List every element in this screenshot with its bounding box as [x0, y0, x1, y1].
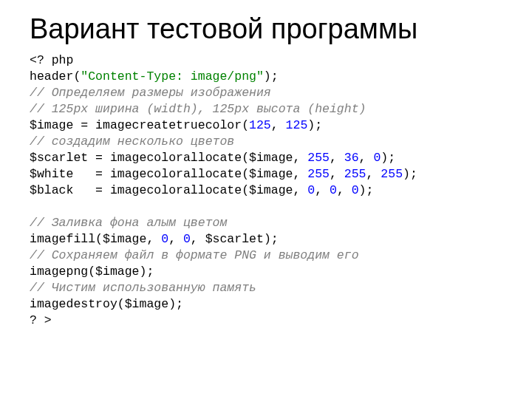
code-line: header("Content-Type: image/png"); — [30, 69, 279, 83]
code-line: imagedestroy($image); — [30, 297, 183, 311]
code-line: <? php — [30, 53, 73, 67]
code-line: imagefill($image, 0, 0, $scarlet); — [30, 232, 279, 246]
code-comment: // Сохраняем файл в формате PNG и выводи… — [30, 248, 359, 262]
code-line: $white = imagecolorallocate($image, 255,… — [30, 167, 417, 181]
code-comment: // Чистим использованную память — [30, 281, 256, 295]
code-comment: // Заливка фона алым цветом — [30, 216, 227, 230]
code-line: $image = imagecreatetruecolor(125, 125); — [30, 118, 322, 132]
slide: Вариант тестовой программы <? php header… — [0, 0, 532, 399]
code-comment: // создадим несколько цветов — [30, 134, 234, 149]
code-line: $black = imagecolorallocate($image, 0, 0… — [30, 183, 373, 197]
code-comment: // 125px ширина (width), 125px высота (h… — [30, 102, 366, 116]
code-comment: // Определяем размеры изображения — [30, 86, 271, 100]
code-line: imagepng($image); — [30, 265, 154, 279]
slide-title: Вариант тестовой программы — [30, 13, 502, 45]
code-block: <? php header("Content-Type: image/png")… — [30, 52, 502, 329]
code-line: $scarlet = imagecolorallocate($image, 25… — [30, 151, 395, 165]
code-line: ? > — [30, 313, 52, 327]
